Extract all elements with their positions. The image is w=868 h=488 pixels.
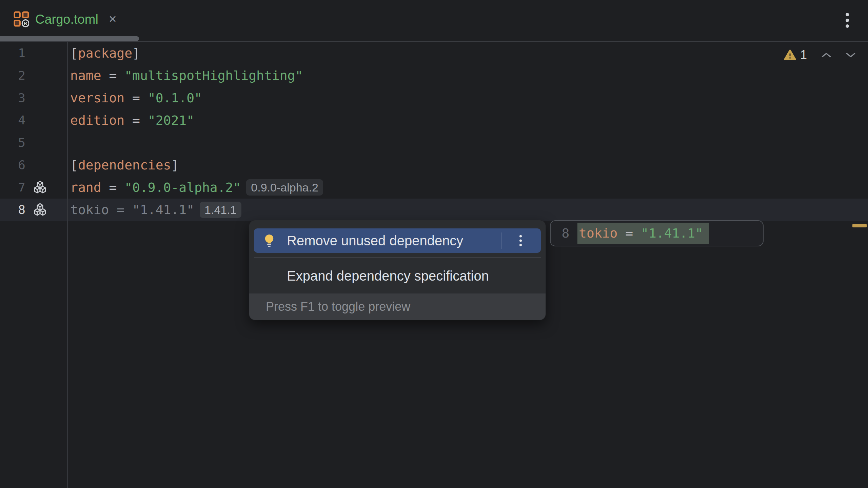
code-token: tokio = "1.41.1"	[70, 202, 194, 217]
crate-icon[interactable]	[33, 180, 47, 195]
preview-code: tokio = "1.41.1"	[579, 221, 703, 246]
line-number[interactable]: 3	[0, 87, 25, 109]
close-icon[interactable]: ✕	[108, 14, 117, 24]
intention-item-separator	[501, 232, 501, 249]
cargo-file-icon: R	[14, 11, 29, 27]
intention-action-expand-dependency-specification[interactable]: Expand dependency specification	[254, 260, 541, 291]
code-token: version	[70, 90, 124, 105]
popup-footer-hint: Press F1 to toggle preview	[266, 300, 410, 314]
lightbulb-icon	[263, 234, 275, 247]
line-number[interactable]: 7	[0, 176, 25, 199]
code-text[interactable]: [dependencies]	[70, 154, 179, 176]
intention-action-label: Remove unused dependency	[287, 233, 463, 248]
line-number[interactable]: 4	[0, 109, 25, 131]
editor-line-7[interactable]: 7 rand = "0.9.0-alpha.2"0.9.0-alpha.2	[0, 176, 868, 199]
code-text[interactable]: tokio = "1.41.1"1.41.1	[70, 199, 241, 221]
line-number[interactable]: 1	[0, 42, 25, 64]
code-text[interactable]: edition = "2021"	[70, 109, 194, 131]
tab-label: Cargo.toml	[35, 12, 98, 27]
code-text[interactable]: [package]	[70, 42, 140, 64]
editor-line-4[interactable]: 4edition = "2021"	[0, 109, 868, 131]
line-number[interactable]: 2	[0, 64, 25, 87]
editor-line-6[interactable]: 6[dependencies]	[0, 154, 868, 176]
line-number[interactable]: 6	[0, 154, 25, 176]
line-number[interactable]: 5	[0, 131, 25, 154]
code-token: =	[124, 90, 148, 105]
version-inlay-hint[interactable]: 1.41.1	[200, 202, 241, 218]
intention-preview-panel: 8 tokio = "1.41.1"	[550, 220, 764, 246]
editor-line-8[interactable]: 8 tokio = "1.41.1"1.41.1	[0, 199, 868, 221]
code-token: [	[70, 158, 78, 172]
code-text[interactable]: version = "0.1.0"	[70, 87, 202, 109]
warning-icon	[784, 49, 796, 61]
popup-divider	[254, 257, 541, 258]
kebab-menu-icon[interactable]	[844, 11, 851, 30]
editor-line-2[interactable]: 2name = "multispotHighlighting"	[0, 64, 868, 87]
code-token: "2021"	[148, 113, 194, 128]
editor-line-1[interactable]: 1[package]	[0, 42, 868, 64]
code-token: tokio	[579, 226, 617, 241]
code-token: [	[70, 46, 78, 61]
svg-text:R: R	[24, 21, 27, 26]
code-token: "0.9.0-alpha.2"	[124, 180, 241, 195]
warning-stripe-marker[interactable]	[852, 224, 867, 227]
code-token: =	[101, 180, 125, 195]
intention-submenu-icon[interactable]	[518, 234, 523, 248]
intention-action-remove-unused-dependency[interactable]: Remove unused dependency	[254, 228, 541, 253]
code-token: =	[124, 113, 148, 128]
code-token: "multispotHighlighting"	[124, 68, 303, 83]
code-token: rand	[70, 180, 101, 195]
preview-line-number: 8	[559, 221, 572, 246]
editor-line-3[interactable]: 3version = "0.1.0"	[0, 87, 868, 109]
code-token: edition	[70, 113, 124, 128]
intention-popup: Remove unused dependency Expand dependen…	[249, 220, 546, 320]
tab-cargo-toml[interactable]: R Cargo.toml ✕	[14, 7, 117, 32]
code-token: ]	[171, 158, 179, 172]
chevron-up-icon[interactable]	[821, 52, 831, 58]
code-text[interactable]: rand = "0.9.0-alpha.2"0.9.0-alpha.2	[70, 176, 323, 199]
tab-bar: R Cargo.toml ✕	[0, 0, 868, 42]
line-number[interactable]: 8	[0, 199, 25, 221]
code-token: package	[78, 46, 132, 61]
popup-footer: Press F1 to toggle preview	[249, 293, 546, 320]
tabstrip-scrollbar-thumb[interactable]	[0, 36, 139, 41]
intention-action-label: Expand dependency specification	[287, 268, 489, 284]
code-token: dependencies	[78, 158, 171, 172]
warning-count: 1	[800, 48, 807, 62]
chevron-down-icon[interactable]	[846, 52, 856, 58]
code-token: "0.1.0"	[148, 90, 202, 105]
editor[interactable]: 1[package]2name = "multispotHighlighting…	[0, 42, 868, 488]
editor-line-5[interactable]: 5	[0, 131, 868, 154]
code-token: name	[70, 68, 101, 83]
code-token: ]	[132, 46, 140, 61]
code-text[interactable]: name = "multispotHighlighting"	[70, 64, 303, 87]
code-token: "1.41.1"	[641, 226, 703, 241]
code-token: =	[617, 226, 641, 241]
version-inlay-hint[interactable]: 0.9.0-alpha.2	[246, 179, 323, 196]
crate-icon[interactable]	[33, 203, 47, 217]
inspections-widget[interactable]: 1	[784, 48, 856, 62]
code-token: =	[101, 68, 125, 83]
